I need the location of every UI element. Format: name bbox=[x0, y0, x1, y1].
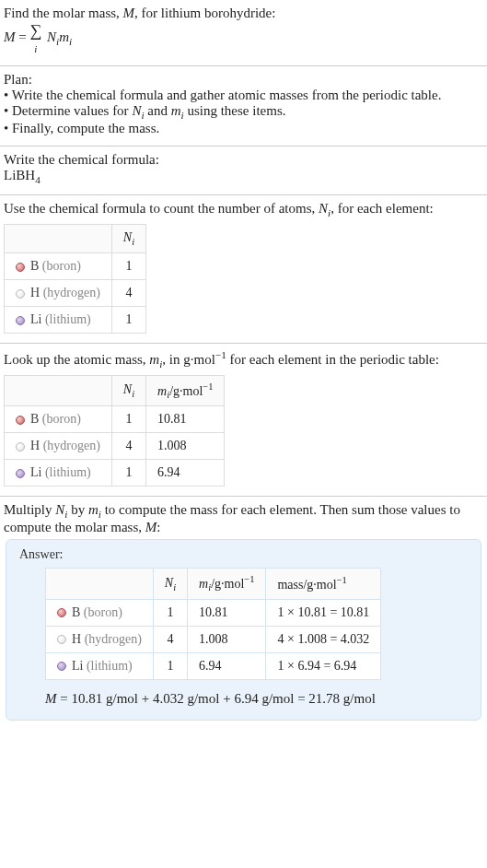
hdr-N: N bbox=[123, 230, 132, 244]
mass-section: Look up the atomic mass, mi, in g·mol−1 … bbox=[0, 344, 487, 497]
mass-table: Ni mi/g·mol−1 B (boron) 1 10.81 H (hydro… bbox=[4, 375, 225, 487]
mass-val: 1.008 bbox=[188, 626, 266, 652]
element-cell: B (boron) bbox=[5, 406, 112, 433]
elem-sym: H bbox=[30, 439, 40, 452]
hdr-N: N bbox=[165, 576, 173, 590]
elem-name: (lithium) bbox=[45, 312, 91, 326]
eq-N: N bbox=[47, 29, 56, 44]
hydrogen-dot-icon bbox=[16, 289, 25, 299]
plan-bullet-3: • Finally, compute the mass. bbox=[4, 121, 483, 136]
count-val: 1 bbox=[111, 252, 145, 279]
eq-m: m bbox=[59, 29, 69, 44]
table-header-blank bbox=[5, 225, 112, 253]
table-row: Ni mi/g·mol−1 bbox=[5, 375, 225, 405]
boron-dot-icon bbox=[57, 608, 66, 617]
intro-text-2: , for lithium borohydride: bbox=[134, 6, 275, 20]
mult-a: Multiply bbox=[4, 502, 55, 517]
eq-m-sub: i bbox=[69, 36, 72, 47]
hdr-unit: /g·mol bbox=[211, 577, 244, 591]
element-cell: Li (lithium) bbox=[5, 460, 112, 487]
count-val: 1 bbox=[153, 599, 187, 626]
sum-sub: i bbox=[34, 43, 37, 54]
intro-text: Find the molar mass, bbox=[4, 6, 123, 20]
elem-name: (boron) bbox=[42, 259, 81, 273]
hdr-unit-exp: −1 bbox=[244, 574, 254, 584]
eq-equals: = bbox=[16, 29, 30, 44]
hydrogen-dot-icon bbox=[16, 442, 25, 452]
table-header-blank bbox=[46, 569, 154, 599]
table-row: B (boron) 1 10.81 bbox=[5, 406, 225, 433]
elem-sym: H bbox=[72, 632, 81, 646]
hdr-m: m bbox=[199, 577, 208, 591]
elem-name: (boron) bbox=[42, 412, 81, 426]
plan-bullet-2: • Determine values for Ni and mi using t… bbox=[4, 103, 483, 121]
mult-d: : bbox=[157, 520, 160, 534]
plan-title: Plan: bbox=[4, 72, 483, 88]
final-equation: M = 10.81 g/mol + 4.032 g/mol + 6.94 g/m… bbox=[45, 691, 471, 707]
plan-b2-a: • Determine values for bbox=[4, 103, 132, 118]
intro-equation: M = ∑i Nimi bbox=[4, 21, 483, 56]
hdr-mass: mass/g·mol bbox=[277, 578, 336, 592]
final-text: = 10.81 g/mol + 4.032 g/mol + 6.94 g/mol… bbox=[57, 691, 376, 706]
answer-table: Ni mi/g·mol−1 mass/g·mol−1 B (boron) 1 1… bbox=[45, 568, 381, 679]
lithium-dot-icon bbox=[57, 662, 66, 671]
mass-val: 1.008 bbox=[146, 433, 225, 460]
product-val: 1 × 6.94 = 6.94 bbox=[266, 652, 381, 679]
hdr-N-sub: i bbox=[132, 237, 134, 247]
hdr-mass-exp: −1 bbox=[337, 575, 347, 585]
element-cell: B (boron) bbox=[46, 599, 154, 626]
count-val: 1 bbox=[111, 460, 145, 487]
intro-section: Find the molar mass, M, for lithium boro… bbox=[0, 0, 487, 66]
boron-dot-icon bbox=[16, 263, 25, 272]
elem-sym: B bbox=[30, 412, 39, 426]
chemical-formula: LiBH4 bbox=[4, 168, 483, 185]
mass-val: 6.94 bbox=[188, 652, 266, 679]
elem-name: (hydrogen) bbox=[43, 286, 100, 299]
element-cell: H (hydrogen) bbox=[46, 626, 154, 652]
table-header-blank bbox=[5, 375, 112, 405]
elem-name: (lithium) bbox=[87, 659, 133, 673]
table-header-mass: mass/g·mol−1 bbox=[266, 569, 381, 599]
eq-M: M bbox=[4, 29, 16, 44]
formula-sub: 4 bbox=[35, 174, 41, 185]
intro-line: Find the molar mass, M, for lithium boro… bbox=[4, 6, 483, 21]
elem-sym: B bbox=[72, 605, 80, 619]
element-cell: H (hydrogen) bbox=[5, 279, 112, 306]
elem-sym: Li bbox=[30, 465, 41, 479]
formula-section: Write the chemical formula: LiBH4 bbox=[0, 147, 487, 195]
plan-bullet-1: • Write the chemical formula and gather … bbox=[4, 88, 483, 103]
element-cell: Li (lithium) bbox=[46, 652, 154, 679]
mass-text-a: Look up the atomic mass, bbox=[4, 352, 149, 367]
mult-N: N bbox=[55, 502, 64, 517]
mass-text-exp: −1 bbox=[215, 349, 226, 360]
table-header-N: Ni bbox=[111, 375, 145, 405]
mass-text-b: , in g·mol bbox=[162, 352, 215, 367]
count-val: 1 bbox=[111, 406, 145, 433]
elem-name: (boron) bbox=[84, 605, 122, 619]
elem-sym: Li bbox=[30, 312, 41, 326]
count-val: 4 bbox=[111, 433, 145, 460]
table-row: H (hydrogen) 4 bbox=[5, 279, 146, 306]
answer-box: Answer: Ni mi/g·mol−1 mass/g·mol−1 B (bo… bbox=[6, 539, 481, 720]
eq-Ni: Ni bbox=[47, 29, 59, 44]
product-val: 1 × 10.81 = 10.81 bbox=[266, 599, 381, 626]
mass-text-c: for each element in the periodic table: bbox=[226, 352, 439, 367]
count-val: 1 bbox=[153, 652, 187, 679]
mass-val: 10.81 bbox=[146, 406, 225, 433]
count-val: 4 bbox=[111, 279, 145, 306]
lithium-dot-icon bbox=[16, 469, 25, 478]
element-cell: B (boron) bbox=[5, 252, 112, 279]
elem-sym: B bbox=[30, 259, 39, 273]
hdr-m: m bbox=[157, 383, 167, 397]
table-row: Li (lithium) 1 bbox=[5, 306, 146, 333]
table-row: H (hydrogen) 4 1.008 bbox=[5, 433, 225, 460]
hdr-unit: /g·mol bbox=[169, 383, 203, 397]
elem-name: (lithium) bbox=[45, 465, 91, 479]
hdr-unit-exp: −1 bbox=[203, 381, 213, 392]
elem-sym: H bbox=[30, 286, 40, 299]
multiply-section: Multiply Ni by mi to compute the mass fo… bbox=[0, 497, 487, 738]
intro-M: M bbox=[123, 6, 135, 20]
count-N: N bbox=[319, 201, 328, 216]
table-row: H (hydrogen) 4 1.008 4 × 1.008 = 4.032 bbox=[46, 626, 381, 652]
mass-text: Look up the atomic mass, mi, in g·mol−1 … bbox=[4, 349, 483, 369]
